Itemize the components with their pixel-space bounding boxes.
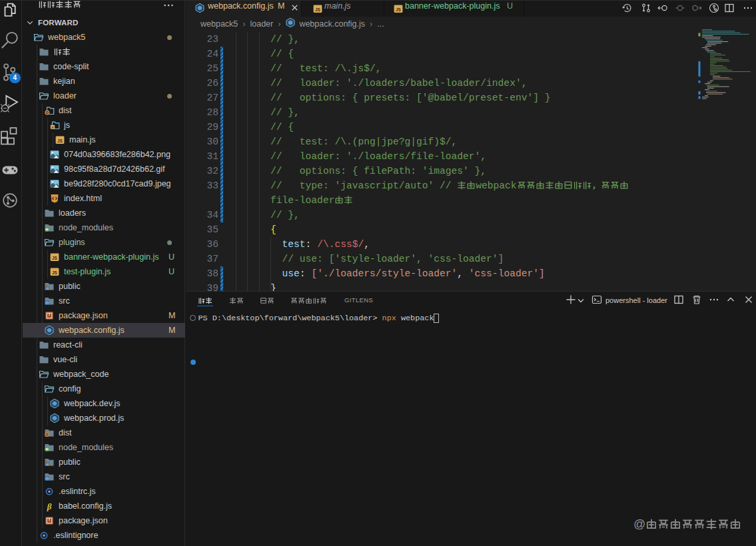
svg-text:β: β: [47, 501, 52, 511]
